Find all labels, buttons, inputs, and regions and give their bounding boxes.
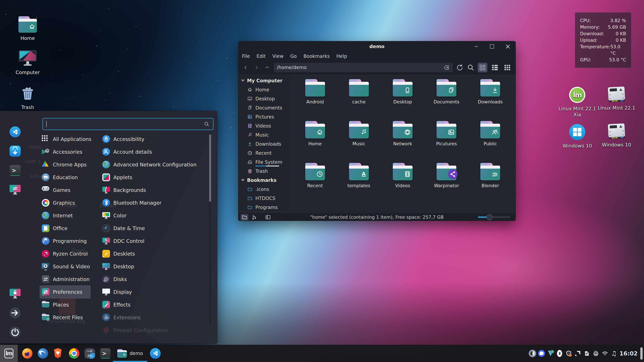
file-item-downloads[interactable]: Downloads (468, 79, 512, 121)
category-places[interactable]: Places (40, 298, 90, 311)
category-all-applications[interactable]: All Applications (40, 133, 90, 145)
tray-wifi-icon[interactable] (602, 350, 608, 357)
category-sound-video[interactable]: Sound & Video (40, 260, 90, 273)
window-list-item-demo[interactable]: demo (113, 345, 147, 362)
view-compact-button[interactable] (502, 63, 512, 72)
menu-file[interactable]: File (242, 53, 250, 59)
app-color[interactable]: Color (100, 209, 208, 222)
launcher-brave-icon[interactable] (53, 348, 64, 359)
places-pane-button[interactable] (241, 214, 248, 220)
category-accessories[interactable]: Accessories (40, 145, 90, 158)
apps-scrollbar[interactable] (209, 134, 211, 325)
file-item-warpinator[interactable]: Warpinator (425, 163, 468, 205)
favorite-vscode-icon[interactable] (10, 126, 21, 137)
sidebar-item-home[interactable]: Home (238, 85, 290, 94)
desktop-icon-windows-10[interactable]: Windows 10 (597, 123, 636, 148)
tray-sound-icon[interactable]: ♫ (610, 350, 618, 357)
search-icon[interactable] (466, 63, 475, 72)
category-games[interactable]: Games (40, 184, 90, 196)
reload-icon[interactable] (456, 63, 464, 72)
file-item-network[interactable]: Network (381, 121, 424, 163)
menu-view[interactable]: View (272, 53, 284, 59)
sidebar-item-htdocs[interactable]: HTDOCS (238, 194, 290, 203)
app-extensions[interactable]: Extensions (100, 311, 208, 324)
app-effects[interactable]: Effects (100, 298, 208, 311)
sidebar-item-videos[interactable]: Videos (238, 121, 290, 130)
file-item-public[interactable]: Public (468, 121, 512, 163)
view-list-button[interactable] (490, 63, 500, 72)
zoom-slider-knob[interactable] (486, 214, 492, 220)
app-firewall-configuration[interactable]: Firewall Configuration (100, 324, 208, 337)
tray-protonvpn-icon[interactable] (547, 350, 554, 357)
category-graphics[interactable]: Graphics (40, 196, 90, 209)
logout-button[interactable] (10, 307, 21, 319)
desktop-icon-home[interactable]: Home (8, 16, 48, 41)
file-item-recent[interactable]: Recent (293, 163, 337, 205)
category-programming[interactable]: Programming (40, 235, 90, 247)
tray-amd-icon[interactable] (574, 350, 581, 357)
power-button[interactable] (10, 327, 21, 338)
file-item-home[interactable]: Home (293, 121, 337, 163)
desktop-icon-trash[interactable]: Trash (8, 85, 48, 110)
favorite-terminal-icon[interactable]: > (10, 165, 21, 176)
category-administration[interactable]: Administration (40, 273, 90, 286)
tray-signal-icon[interactable] (538, 350, 545, 357)
menu-bookmarks[interactable]: Bookmarks (304, 53, 330, 59)
favorite-software-manager-icon[interactable] (10, 146, 21, 157)
app-disks[interactable]: Disks (100, 273, 208, 286)
maximize-icon[interactable] (489, 43, 495, 49)
sidebar-section-my-computer[interactable]: My Computer (238, 76, 290, 85)
app-ddc-control[interactable]: DDC Control (100, 235, 208, 247)
category-ryzen-control[interactable]: Ryzen Control (40, 247, 90, 260)
category-chrome-apps[interactable]: Chrome Apps (40, 158, 90, 171)
hide-sidebar-button[interactable] (264, 214, 272, 220)
file-item-cache[interactable]: cache (337, 79, 381, 121)
sidebar-item-programs[interactable]: Programs (238, 203, 290, 212)
tray-bluetooth-icon[interactable] (556, 350, 563, 357)
file-item-videos[interactable]: Videos (381, 163, 424, 205)
category-preferences[interactable]: Preferences (40, 286, 90, 298)
favorite-system-settings-icon[interactable] (10, 184, 21, 195)
menu-search-box[interactable] (42, 118, 214, 130)
launcher-terminal-icon[interactable]: > (100, 348, 110, 359)
minimize-icon[interactable]: − (473, 43, 479, 49)
app-account-details[interactable]: Account details (100, 145, 208, 158)
file-item-android[interactable]: Android (293, 79, 337, 121)
window-list-item-vscode[interactable] (150, 348, 161, 359)
menu-button[interactable]: lm (0, 345, 18, 362)
tray-notes-icon[interactable] (583, 350, 590, 357)
clock[interactable]: 16:02 (620, 350, 638, 357)
file-item-documents[interactable]: Documents (425, 79, 468, 121)
menu-edit[interactable]: Edit (256, 53, 266, 59)
app-desklets[interactable]: Desklets (100, 247, 208, 260)
forward-icon[interactable] (252, 63, 260, 71)
app-date-time[interactable]: Date & Time (100, 222, 208, 235)
up-icon[interactable] (263, 63, 271, 71)
category-recent-files[interactable]: Recent Files (40, 311, 90, 324)
show-desktop-button[interactable] (640, 347, 643, 360)
launcher-chrome-icon[interactable] (69, 348, 79, 359)
sidebar-section-bookmarks[interactable]: Bookmarks (238, 176, 290, 185)
sidebar-item-desktop[interactable]: Desktop (238, 94, 290, 103)
clear-entry-icon[interactable] (443, 64, 450, 71)
app-backgrounds[interactable]: Backgrounds (100, 184, 208, 196)
sidebar-item-recent[interactable]: Recent (238, 148, 290, 158)
file-item-music[interactable]: Music (337, 121, 381, 163)
tree-pane-button[interactable] (250, 214, 258, 220)
file-item-picutures[interactable]: Picutures (425, 121, 468, 163)
sidebar-item-trash[interactable]: Trash (238, 167, 290, 176)
tray-night-light-icon[interactable] (529, 350, 536, 357)
file-grid-area[interactable]: Android cache Desktop Documents Download… (290, 74, 516, 213)
tray-firewall-shield-icon[interactable] (565, 350, 572, 357)
desktop-icon-linux-mint-22-1[interactable]: LInux Mint 22.1 (597, 86, 636, 111)
app-display[interactable]: Display (100, 286, 208, 298)
app-bluetooth-manager[interactable]: Bluetooth Manager (100, 196, 208, 209)
file-item-blender[interactable]: Blender (468, 163, 512, 205)
search-input[interactable] (46, 121, 204, 127)
menu-help[interactable]: Help (336, 53, 347, 59)
lock-screen-button[interactable] (10, 288, 21, 299)
desktop-icon-linux-mint-22-1-xia[interactable]: lm Linux Mint 22.1 Xia (558, 86, 597, 118)
app-accessibility[interactable]: Accessibility (100, 133, 208, 145)
app-advanced-network-configuration[interactable]: Advanced Network Configuration (100, 158, 208, 171)
desktop-icon-computer[interactable]: Computer (8, 50, 48, 75)
